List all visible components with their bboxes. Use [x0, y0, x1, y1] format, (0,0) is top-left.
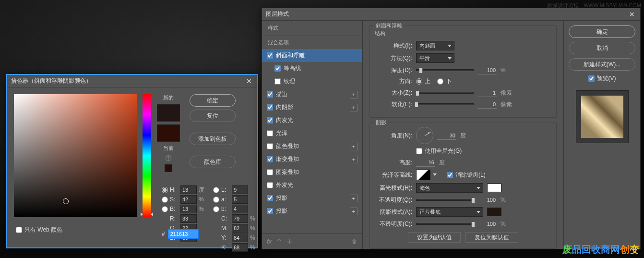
- hue-slider[interactable]: [143, 94, 151, 217]
- shadow-mode-select[interactable]: 正片叠底: [416, 207, 483, 217]
- shadow-color[interactable]: [487, 208, 501, 216]
- bb-radio[interactable]: [213, 206, 219, 212]
- technique-select[interactable]: 平滑: [416, 53, 454, 63]
- highlight-opacity-slider[interactable]: [416, 199, 474, 201]
- style-item-图案叠加[interactable]: 图案叠加: [262, 166, 362, 179]
- m-input[interactable]: [232, 224, 248, 233]
- new-color-swatch[interactable]: [157, 104, 180, 122]
- depth-slider[interactable]: [416, 69, 474, 71]
- add-effect-icon[interactable]: +: [350, 195, 358, 202]
- style-item-投影[interactable]: 投影+: [262, 205, 362, 218]
- cancel-button[interactable]: 取消: [569, 42, 635, 54]
- a-input[interactable]: [232, 195, 248, 204]
- hex-input[interactable]: [168, 229, 199, 239]
- global-light-checkbox[interactable]: 使用全局光(G): [416, 147, 462, 155]
- style-item-等高线[interactable]: 等高线: [262, 62, 362, 75]
- highlight-mode-select[interactable]: 滤色: [416, 183, 483, 193]
- color-picker-titlebar[interactable]: 拾色器（斜面和浮雕阴影颜色） ✕: [7, 75, 257, 87]
- antialias-checkbox[interactable]: 消除锯齿(L): [447, 171, 486, 179]
- web-colors-check[interactable]: [16, 227, 22, 233]
- size-slider[interactable]: [416, 92, 474, 94]
- style-item-外发光[interactable]: 外发光: [262, 179, 362, 192]
- style-checkbox[interactable]: [267, 182, 273, 188]
- style-select[interactable]: 内斜面: [416, 41, 454, 50]
- a-radio[interactable]: [213, 197, 219, 203]
- preview-checkbox[interactable]: 预览(V): [569, 74, 635, 83]
- arrow-down-icon[interactable]: 🡣: [287, 238, 293, 245]
- h-input[interactable]: [180, 185, 197, 194]
- b-input[interactable]: [180, 205, 197, 213]
- add-effect-icon[interactable]: +: [350, 104, 358, 111]
- add-swatch-button[interactable]: 添加到色板: [190, 133, 236, 145]
- l-radio[interactable]: [213, 187, 219, 193]
- close-icon[interactable]: ✕: [245, 77, 253, 86]
- reset-button[interactable]: 复位: [190, 110, 236, 122]
- style-checkbox[interactable]: [267, 195, 273, 201]
- b-radio[interactable]: [162, 206, 168, 212]
- style-checkbox[interactable]: [267, 156, 273, 162]
- current-color-swatch[interactable]: [157, 124, 180, 142]
- layer-style-titlebar[interactable]: 图层样式 ✕: [262, 8, 640, 21]
- add-effect-icon[interactable]: +: [350, 208, 358, 215]
- arrow-up-icon[interactable]: 🡡: [276, 238, 282, 245]
- style-item-内阴影[interactable]: 内阴影+: [262, 101, 362, 114]
- direction-down[interactable]: 下: [437, 77, 452, 86]
- style-item-斜面和浮雕[interactable]: 斜面和浮雕: [262, 49, 362, 62]
- style-checkbox[interactable]: [267, 130, 273, 136]
- soften-slider[interactable]: [416, 103, 474, 105]
- k-input[interactable]: [232, 243, 248, 252]
- angle-input[interactable]: [437, 131, 456, 140]
- l-input[interactable]: [232, 185, 248, 194]
- hue-thumb[interactable]: [141, 212, 153, 217]
- altitude-input[interactable]: [416, 158, 435, 167]
- shadow-opacity-input[interactable]: [477, 220, 497, 228]
- blend-options-item[interactable]: 混合选项: [262, 36, 362, 49]
- ok-button[interactable]: 确定: [569, 25, 635, 38]
- style-checkbox[interactable]: [267, 143, 273, 149]
- color-field[interactable]: [14, 94, 137, 217]
- style-item-描边[interactable]: 描边+: [262, 88, 362, 101]
- trash-icon[interactable]: 🗑: [352, 238, 358, 245]
- soften-input[interactable]: [477, 100, 497, 109]
- s-input[interactable]: [180, 195, 197, 204]
- add-effect-icon[interactable]: +: [350, 156, 358, 163]
- websafe-swatch[interactable]: [165, 164, 172, 172]
- angle-dial[interactable]: [416, 127, 433, 144]
- set-default-button[interactable]: 设置为默认值: [408, 232, 461, 243]
- add-effect-icon[interactable]: +: [350, 91, 358, 98]
- ok-button[interactable]: 确定: [190, 94, 236, 107]
- bb-input[interactable]: [232, 205, 248, 213]
- style-item-颜色叠加[interactable]: 颜色叠加+: [262, 140, 362, 153]
- h-radio[interactable]: [162, 187, 168, 193]
- style-checkbox[interactable]: [267, 169, 273, 175]
- y-input[interactable]: [232, 233, 248, 242]
- shadow-opacity-slider[interactable]: [416, 223, 474, 225]
- gloss-contour[interactable]: [416, 170, 430, 180]
- highlight-color[interactable]: [487, 184, 501, 192]
- highlight-opacity-input[interactable]: [477, 196, 497, 204]
- style-checkbox[interactable]: [274, 78, 281, 85]
- fx-icon[interactable]: fx: [267, 238, 272, 245]
- style-item-投影[interactable]: 投影+: [262, 192, 362, 205]
- style-item-光泽[interactable]: 光泽: [262, 127, 362, 140]
- new-style-button[interactable]: 新建样式(W)...: [569, 58, 635, 71]
- color-lib-button[interactable]: 颜色库: [190, 156, 236, 168]
- s-radio[interactable]: [162, 197, 168, 203]
- reset-default-button[interactable]: 复位为默认值: [465, 232, 518, 243]
- close-icon[interactable]: ✕: [628, 10, 636, 19]
- style-item-内发光[interactable]: 内发光: [262, 114, 362, 127]
- style-checkbox[interactable]: [274, 65, 281, 72]
- web-colors-checkbox[interactable]: 只有 Web 颜色: [16, 226, 62, 234]
- style-checkbox[interactable]: [267, 104, 273, 111]
- style-checkbox[interactable]: [267, 117, 273, 123]
- r-input[interactable]: [180, 214, 197, 223]
- style-checkbox[interactable]: [267, 91, 273, 98]
- style-checkbox[interactable]: [267, 52, 273, 59]
- direction-up[interactable]: 上: [416, 77, 430, 86]
- style-item-渐变叠加[interactable]: 渐变叠加+: [262, 153, 362, 166]
- depth-input[interactable]: [477, 66, 497, 74]
- style-checkbox[interactable]: [267, 208, 273, 214]
- c-input[interactable]: [232, 214, 248, 223]
- size-input[interactable]: [477, 88, 497, 97]
- add-effect-icon[interactable]: +: [350, 143, 358, 150]
